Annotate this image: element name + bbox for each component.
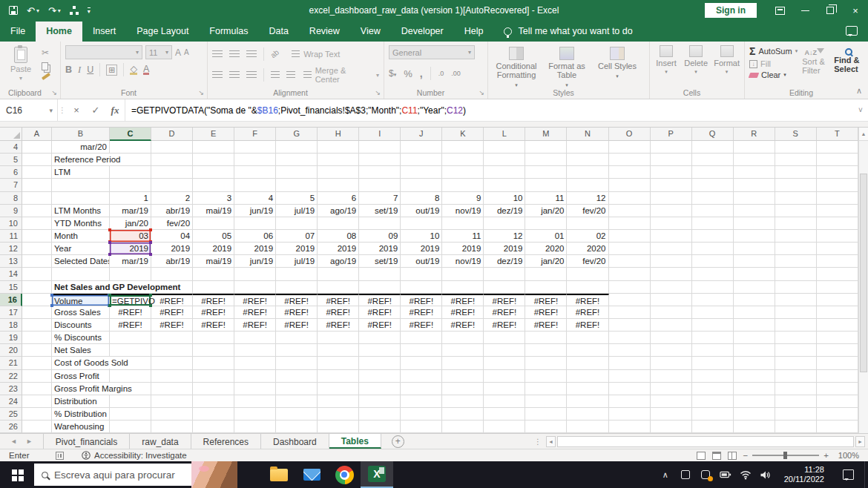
cell-M5[interactable] [525,154,567,166]
qat-extra-icon[interactable] [70,6,79,15]
cell-C12[interactable]: 2019 [110,243,151,255]
cell-B4[interactable]: mar/20 [52,141,110,154]
sheet-tab-pivot_financials[interactable]: Pivot_financials [43,434,130,449]
cell-P11[interactable] [651,230,692,243]
cell-K16[interactable]: #REF! [442,294,484,306]
cell-N26[interactable] [567,421,608,433]
cell-G24[interactable] [276,395,318,408]
cell-N24[interactable] [567,395,608,408]
cell-H20[interactable] [318,344,359,357]
cell-R18[interactable] [734,319,775,332]
cell-A26[interactable] [22,421,52,433]
cell-A24[interactable] [22,395,52,408]
cell-L26[interactable] [484,421,525,433]
cell-J23[interactable] [401,383,442,395]
cell-Q8[interactable] [692,192,734,205]
cell-I8[interactable]: 7 [359,192,401,205]
cell-B15[interactable]: Net Sales and GP Development [52,281,110,294]
cell-R26[interactable] [734,421,775,433]
cell-K14[interactable] [442,268,484,280]
clock[interactable]: 11:28 20/11/2022 [780,465,829,484]
cell-G14[interactable] [276,268,318,280]
cell-R9[interactable] [734,205,775,217]
cell-B26[interactable]: Warehousing [52,421,110,433]
cell-S23[interactable] [775,383,817,395]
cell-Q17[interactable] [692,306,734,319]
cell-C20[interactable] [110,344,151,357]
align-left-icon[interactable] [212,71,223,79]
cell-B11[interactable]: Month [52,230,110,243]
cell-L16[interactable]: #REF! [484,294,525,306]
cell-R15[interactable] [734,281,775,294]
cell-K11[interactable]: 11 [442,230,484,243]
autosum-button[interactable]: ΣAutoSum▾ [749,45,798,57]
cell-O17[interactable] [609,306,651,319]
cell-E23[interactable] [193,383,234,395]
undo-icon[interactable]: ↶▾ [27,5,39,16]
cell-L10[interactable] [484,217,525,230]
cell-F5[interactable] [234,154,276,166]
cell-M20[interactable] [525,344,567,357]
cell-T17[interactable] [817,306,858,319]
cell-I13[interactable]: set/19 [359,255,401,268]
cell-L20[interactable] [484,344,525,357]
cell-H9[interactable]: ago/19 [318,205,359,217]
cell-I14[interactable] [359,268,401,280]
cell-S19[interactable] [775,332,817,344]
row-header-10[interactable]: 10 [0,217,22,230]
cell-S6[interactable] [775,166,817,179]
cell-O14[interactable] [609,268,651,280]
cell-T6[interactable] [817,166,858,179]
cell-M11[interactable]: 01 [525,230,567,243]
cell-K8[interactable]: 9 [442,192,484,205]
column-header-G[interactable]: G [276,128,318,141]
cell-K4[interactable] [442,141,484,154]
cell-I6[interactable] [359,166,401,179]
cell-A8[interactable] [22,192,52,205]
cell-P17[interactable] [651,306,692,319]
row-header-12[interactable]: 12 [0,243,22,255]
copy-icon[interactable] [42,62,48,70]
cell-L14[interactable] [484,268,525,280]
cell-N25[interactable] [567,408,608,421]
cell-A7[interactable] [22,179,52,191]
ribbon-tab-insert[interactable]: Insert [82,22,126,42]
row-header-17[interactable]: 17 [0,306,22,319]
cell-L19[interactable] [484,332,525,344]
column-header-P[interactable]: P [651,128,692,141]
cell-O4[interactable] [609,141,651,154]
customize-qat-icon[interactable]: ▾ [88,7,91,14]
cell-T16[interactable] [817,294,858,306]
cell-R19[interactable] [734,332,775,344]
row-header-5[interactable]: 5 [0,154,22,166]
cell-S20[interactable] [775,344,817,357]
cell-F16[interactable]: #REF! [234,294,276,306]
cell-T22[interactable] [817,370,858,383]
cell-F23[interactable] [234,383,276,395]
cell-K12[interactable]: 2019 [442,243,484,255]
cell-N20[interactable] [567,344,608,357]
cell-J26[interactable] [401,421,442,433]
cell-E19[interactable] [193,332,234,344]
align-right-icon[interactable] [246,71,257,79]
cell-M25[interactable] [525,408,567,421]
cell-G8[interactable]: 5 [276,192,318,205]
sheet-tab-references[interactable]: References [191,434,261,449]
cancel-entry-icon[interactable]: × [67,99,86,121]
name-box[interactable]: C16 ▾ [0,99,58,121]
styles-button-cell-styles[interactable]: Cell Styles▾ [594,47,641,90]
row-header-23[interactable]: 23 [0,383,22,395]
cell-B13[interactable]: Selected Dates [52,255,110,268]
cell-J14[interactable] [401,268,442,280]
styles-button-format-as-table[interactable]: Format as Table▾ [543,47,591,90]
cell-N8[interactable]: 12 [567,192,608,205]
cell-O23[interactable] [609,383,651,395]
cell-T21[interactable] [817,357,858,369]
insert-function-icon[interactable]: fx [105,99,125,121]
cell-M18[interactable]: #REF! [525,319,567,332]
cell-L12[interactable]: 2019 [484,243,525,255]
cell-F18[interactable]: #REF! [234,319,276,332]
cell-I10[interactable] [359,217,401,230]
cell-J8[interactable]: 8 [401,192,442,205]
cell-A10[interactable] [22,217,52,230]
